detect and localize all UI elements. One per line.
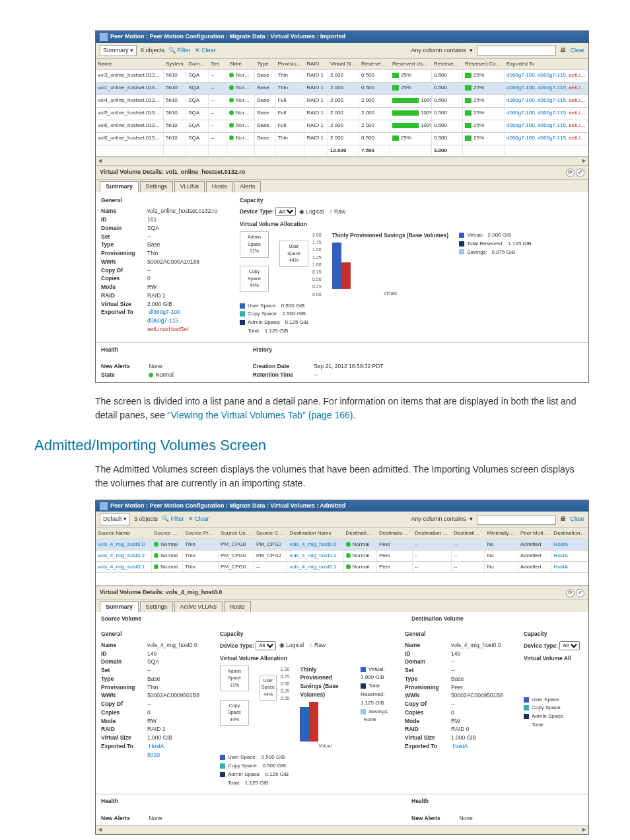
search-input[interactable] <box>477 515 556 525</box>
search-input[interactable] <box>477 46 556 56</box>
breadcrumb: Peer Motion : Peer Motion Configuration … <box>110 502 345 511</box>
radio-raw[interactable]: ○ Raw <box>330 208 346 215</box>
horizontal-scrollbar[interactable] <box>96 157 588 165</box>
detail-summary-body: General Namevol1_online_hostset.0132.roI… <box>96 192 588 342</box>
detail-tabs: Summary Settings Active VLUNs Hosts <box>96 600 588 613</box>
clear-button[interactable]: ✕ Clear <box>195 46 216 56</box>
paragraph-list-detail: The screen is divided into a list pane a… <box>95 395 589 422</box>
exported-to-label: Exported To <box>101 308 147 317</box>
link-viewing-vv-tab[interactable]: "Viewing the Virtual Volumes Tab" (page … <box>168 410 353 420</box>
tab-hosts[interactable]: Hosts <box>224 601 251 613</box>
general-kv: Namevol1_online_hostset.0132.roID161Doma… <box>101 207 220 308</box>
tab-settings[interactable]: Settings <box>140 181 174 192</box>
device-type-dropdown[interactable]: All <box>256 641 276 650</box>
detail-pane-title: Virtual Volume Details: vols_4_mig_host0… <box>96 586 588 600</box>
table-row[interactable]: vol3_online_hostset.0133.ro5610SQA--Norm… <box>96 70 588 83</box>
admin-space-box: AdminSpace11% <box>240 231 269 258</box>
print-icon[interactable]: 🖶 <box>560 515 566 524</box>
screenshot-admitted-volumes: Peer Motion : Peer Motion Configuration … <box>95 500 589 835</box>
allocation-legend: User Space: 0.500 GiBCopy Space: 0.500 G… <box>240 302 583 336</box>
right-allocation-legend: User Space Copy Space Admin Space Total: <box>524 696 583 730</box>
app-icon <box>100 502 108 510</box>
table-row[interactable]: vol0_online_hostset.0131.ro5610SQA--Norm… <box>96 133 588 145</box>
vva-right-label: Virtual Volume All <box>524 655 571 662</box>
table-row[interactable]: vol6_online_hostset.0136.ro5610SQA--Norm… <box>96 120 588 133</box>
print-icon[interactable]: 🖶 <box>560 46 566 56</box>
tab-active-vluns[interactable]: Active VLUNs <box>174 601 223 613</box>
copy-space-box: CopySpace44% <box>240 266 269 292</box>
device-type-label: Device Type: <box>240 208 274 215</box>
window-titlebar: Peer Motion : Peer Motion Configuration … <box>96 500 588 512</box>
filter-button[interactable]: 🔍 Filter <box>168 46 191 56</box>
thin-savings-legend: Virtual: 1.000 GiBTotal Reserved: 1.125 … <box>361 666 392 725</box>
filter-scope-dropdown[interactable]: Default ▾ <box>100 514 130 525</box>
source-volume-heading: Source Volume <box>101 615 141 622</box>
table-row[interactable]: vols_4_mig_host0.0NormalThinPM_CPG0PM_CP… <box>96 539 588 551</box>
tab-alerts[interactable]: Alerts <box>234 181 261 192</box>
tab-vluns[interactable]: VLUNs <box>174 181 205 192</box>
thin-savings-chart: Thinly Provisioned Savings (Base Volumes… <box>300 666 350 750</box>
capacity-heading: Capacity <box>240 196 583 205</box>
radio-logical[interactable]: ◉ Logical <box>299 208 324 215</box>
detail-tabs: Summary Settings VLUNs Hosts Alerts <box>96 180 588 192</box>
pane-corner-buttons[interactable]: ⟳⤢ <box>565 168 584 177</box>
table-row[interactable]: vol5_online_hostset.0135.ro5610SQA--Norm… <box>96 108 588 120</box>
thin-savings-legend: Virtual: 2.000 GiBTotal Reserved: 1.125 … <box>459 231 532 256</box>
pane-corner-buttons[interactable]: ⟳⤢ <box>565 588 584 597</box>
destination-volume-heading: Destination Volume <box>411 615 464 622</box>
detail-summary-body: General Namevols_4_mig_host0.0ID149Domai… <box>96 626 588 794</box>
paragraph-admitted-importing: The Admitted Volumes screen displays the… <box>95 463 589 490</box>
exported-to-link[interactable]: 5010 <box>147 751 160 758</box>
volume-grid: NameSystemDomainSetStateTypeProvisioning… <box>96 59 588 157</box>
table-row[interactable]: vols_4_mig_host0.2NormalThinPM_CPG0PM_CP… <box>96 551 588 562</box>
thin-savings-chart: Thinly Provisioned Savings (Base Volumes… <box>332 231 449 297</box>
health-row: Health New Alerts None Health New Alerts… <box>96 794 588 825</box>
user-space-box: UserSpace44% <box>279 241 308 267</box>
allocation-legend: User Space: 0.500 GiBCopy Space: 0.500 G… <box>220 753 392 787</box>
volume-grid: Source NameSource StateSource Provisioni… <box>96 528 588 573</box>
object-count: 6 objects <box>141 46 164 56</box>
dst-general-kv: Namevols_4_mig_host0.0ID149Domain--Set--… <box>405 641 510 742</box>
table-row[interactable]: vols_4_mig_host0.1NormalThinPM_CPG0--vol… <box>96 562 588 573</box>
any-column-contains-label: Any column contains <box>411 46 466 56</box>
horizontal-scrollbar[interactable] <box>96 825 588 834</box>
section-heading-admitted: Admitted/Importing Volumes Screen <box>34 434 596 456</box>
history-heading: History <box>253 346 272 353</box>
list-toolbar: Summary ▾ 6 objects 🔍 Filter ✕ Clear Any… <box>96 43 588 59</box>
detail-pane-title: Virtual Volume Details: vol1_online_host… <box>96 165 588 180</box>
general-heading: General <box>101 196 220 205</box>
clear-button[interactable]: ✕ Clear <box>188 515 209 524</box>
filter-button[interactable]: 🔍 Filter <box>162 515 184 524</box>
app-icon <box>100 33 108 41</box>
radio-logical[interactable]: ◉ Logical <box>279 642 304 648</box>
clear-button-right[interactable]: Clear <box>570 46 584 56</box>
split-header: Source Volume Destination Volume <box>96 612 588 626</box>
exported-to-link[interactable]: dl360g7-100 <box>149 309 180 315</box>
screenshot-imported-volumes: Peer Motion : Peer Motion Configuration … <box>95 30 589 383</box>
src-general-kv: Namevols_4_mig_host0.0ID149DomainSQASet-… <box>101 641 207 742</box>
health-history-row: Health New Alerts None State Normal Hist… <box>96 342 588 382</box>
clear-button-right[interactable]: Clear <box>570 515 584 524</box>
tab-settings[interactable]: Settings <box>140 601 174 613</box>
exported-to-hostset[interactable]: aetLinuxHostSet <box>147 326 188 332</box>
table-row[interactable]: vol1_online_hostset.0132.ro5610SQA--Norm… <box>96 83 588 95</box>
object-count: 3 objects <box>134 515 158 524</box>
vva-label: Virtual Volume Allocation <box>240 221 307 227</box>
device-type-dropdown[interactable]: All <box>275 207 296 216</box>
any-column-contains-label: Any column contains <box>411 515 466 524</box>
radio-raw[interactable]: ○ Raw <box>310 642 326 648</box>
tab-summary[interactable]: Summary <box>100 181 139 192</box>
exported-to-link[interactable]: dl360g7-115 <box>147 317 178 324</box>
breadcrumb: Peer Motion : Peer Motion Configuration … <box>110 32 345 42</box>
exported-to-link[interactable]: HostA <box>149 743 164 749</box>
table-row[interactable]: vol4_online_hostset.0134.ro5610SQA--Norm… <box>96 95 588 108</box>
device-type-dropdown[interactable]: All <box>559 641 580 650</box>
filter-scope-dropdown[interactable]: Summary ▾ <box>100 45 137 57</box>
tab-summary[interactable]: Summary <box>100 601 139 613</box>
list-toolbar: Default ▾ 3 objects 🔍 Filter ✕ Clear Any… <box>96 512 588 528</box>
exported-to-link[interactable]: HostA <box>452 743 468 749</box>
health-heading: Health <box>101 346 118 353</box>
tab-hosts[interactable]: Hosts <box>206 181 233 192</box>
window-titlebar: Peer Motion : Peer Motion Configuration … <box>96 31 588 43</box>
